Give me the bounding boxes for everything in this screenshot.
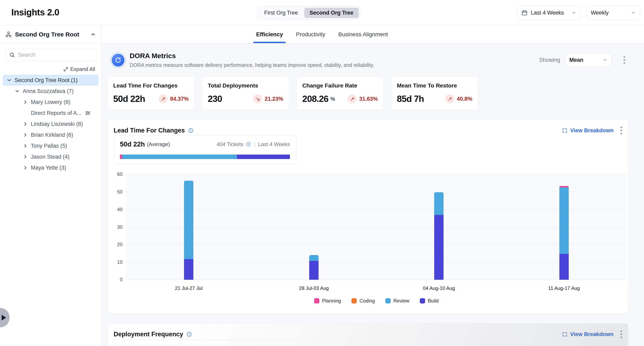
main-content: Efficiency Productivity Business Alignme… xyxy=(102,25,644,346)
view-breakdown-label: View Breakdown xyxy=(570,331,614,338)
x-axis-tick-label: 21 Jul-27 Jul xyxy=(175,285,202,291)
dora-description: DORA metrics measure software delivery p… xyxy=(130,62,374,68)
chevron-right-icon[interactable] xyxy=(23,99,28,105)
kebab-menu-icon[interactable] xyxy=(619,125,623,136)
chevron-down-icon xyxy=(631,10,636,15)
search-box xyxy=(5,49,96,61)
x-axis-tick-label: 28 Jul-03 Aug xyxy=(299,285,329,291)
lead-time-chart: 010203040506021 Jul-27 Jul28 Jul-03 Aug0… xyxy=(126,174,626,280)
metric-card-value-row: 208.26%↗31.63% xyxy=(302,94,378,104)
sidebar-header: Second Org Tree Root xyxy=(0,25,101,43)
tree-item-direct-reports-of-a[interactable]: Direct Reports of A... xyxy=(3,108,98,119)
chevron-right-icon[interactable] xyxy=(23,132,28,138)
lead-time-panel: Lead Time For Changes View Breakdown xyxy=(107,120,628,314)
trend-badge: ↗31.63% xyxy=(348,94,378,103)
metric-card-title: Mean Time To Restore xyxy=(397,82,472,89)
bar-21-jul-27-jul-build[interactable] xyxy=(184,259,193,280)
kebab-menu-icon[interactable] xyxy=(622,55,626,65)
showing-select[interactable]: Mean xyxy=(565,53,612,66)
sidebar-collapse-handle[interactable] xyxy=(0,308,10,327)
view-breakdown-button[interactable]: View Breakdown xyxy=(562,331,614,338)
y-axis-tick-label: 50 xyxy=(117,189,122,195)
info-icon[interactable] xyxy=(246,142,252,147)
tree-item-maya-yette-3[interactable]: Maya Yette (3) xyxy=(3,162,98,173)
expand-all-icon xyxy=(63,67,68,72)
toggle-first-org-tree[interactable]: First Org Tree xyxy=(259,8,303,18)
phase-segment-build xyxy=(237,155,290,159)
expand-all-button[interactable]: Expand All xyxy=(6,66,95,72)
phase-segment-review xyxy=(122,155,237,159)
legend-item-review: Review xyxy=(386,298,410,304)
kebab-menu-icon[interactable] xyxy=(619,329,623,339)
legend-item-coding: Coding xyxy=(352,298,375,304)
gridline-y-40: 40 xyxy=(126,209,626,210)
org-tree-icon xyxy=(5,31,12,38)
tree-item-brian-kirkland-6[interactable]: Brian Kirkland (6) xyxy=(3,130,98,140)
info-icon[interactable] xyxy=(188,128,194,133)
legend-swatch-planning xyxy=(314,298,319,304)
chevron-down-icon[interactable] xyxy=(14,89,20,94)
search-input[interactable] xyxy=(18,52,92,58)
period-select[interactable]: Last 4 Weeks xyxy=(517,6,580,20)
tab-efficiency[interactable]: Efficiency xyxy=(256,25,283,43)
metric-card-value-row: 50d 22h↗84.37% xyxy=(113,94,189,104)
sidebar: Second Org Tree Root Expand All Second O… xyxy=(0,25,102,346)
header-controls: Last 4 Weeks Weekly xyxy=(517,6,640,20)
phase-segment-planning xyxy=(120,155,122,159)
tree-item-jason-stead-4[interactable]: Jason Stead (4) xyxy=(3,151,98,162)
tree-item-label: Tony Pallas (5) xyxy=(31,143,67,149)
bar-11-aug-17-aug-build[interactable] xyxy=(560,254,569,280)
chevron-right-icon[interactable] xyxy=(23,143,28,149)
y-axis-tick-label: 40 xyxy=(117,207,122,212)
tree-item-second-org-tree-root-1[interactable]: Second Org Tree Root (1) xyxy=(3,75,98,86)
tree-item-label: Jason Stead (4) xyxy=(31,154,70,160)
bar-28-jul-03-aug-build[interactable] xyxy=(309,261,318,280)
legend-swatch-build xyxy=(420,298,425,304)
trend-badge: ↗84.37% xyxy=(159,94,189,103)
trend-badge: ↗40.8% xyxy=(445,94,472,103)
filters-icon[interactable] xyxy=(85,110,91,116)
x-axis-tick-label: 11 Aug-17 Aug xyxy=(548,285,580,291)
bar-04-aug-10-aug-review[interactable] xyxy=(434,192,444,215)
info-icon[interactable] xyxy=(186,332,192,337)
tab-business-alignment[interactable]: Business Alignment xyxy=(338,25,388,43)
deployment-panel-title: Deployment Frequency xyxy=(114,331,183,338)
metric-card-title: Lead Time For Changes xyxy=(113,82,189,89)
granularity-select-value: Weekly xyxy=(591,10,609,16)
period-select-value: Last 4 Weeks xyxy=(531,10,564,16)
y-axis-tick-label: 60 xyxy=(117,172,122,177)
granularity-select[interactable]: Weekly xyxy=(586,6,640,20)
bar-11-aug-17-aug-planning[interactable] xyxy=(560,186,569,187)
toggle-second-org-tree[interactable]: Second Org Tree xyxy=(304,8,359,18)
legend-swatch-review xyxy=(386,298,391,304)
metric-value: 208.26 xyxy=(302,94,328,104)
bar-11-aug-17-aug-review[interactable] xyxy=(560,187,569,254)
tree-item-label: Brian Kirkland (6) xyxy=(31,132,73,138)
gridline-y-60: 60 xyxy=(126,174,626,174)
average-lead-time-card: 50d 22h (Average) 404 Tickets | Last 4 W… xyxy=(114,135,296,164)
y-axis-tick-label: 20 xyxy=(117,242,122,247)
tree-item-mary-lowery-6[interactable]: Mary Lowery (6) xyxy=(3,97,98,108)
legend-item-planning: Planning xyxy=(314,298,341,304)
tree-item-label: Lindsay Liszewski (8) xyxy=(31,121,83,127)
tickets-count: 404 Tickets xyxy=(217,141,244,148)
chevron-right-icon[interactable] xyxy=(23,165,28,170)
expand-corners-icon xyxy=(562,128,568,133)
tab-productivity[interactable]: Productivity xyxy=(296,25,326,43)
chevron-right-icon[interactable] xyxy=(23,154,28,160)
bar-04-aug-10-aug-build[interactable] xyxy=(434,215,444,280)
bar-28-jul-03-aug-review[interactable] xyxy=(309,255,318,261)
bar-21-jul-27-jul-review[interactable] xyxy=(184,181,193,259)
tree-item-anna-scozzafava-7[interactable]: Anna Scozzafava (7) xyxy=(3,86,98,97)
metric-card-change-failure-rate: Change Failure Rate208.26%↗31.63% xyxy=(296,76,384,110)
view-breakdown-button[interactable]: View Breakdown xyxy=(562,127,614,134)
metric-value: 230 xyxy=(208,94,222,104)
metric-value: 50d 22h xyxy=(113,94,145,104)
chevron-down-icon[interactable] xyxy=(6,78,12,83)
chevron-up-icon[interactable] xyxy=(90,32,96,37)
tree-item-tony-pallas-5[interactable]: Tony Pallas (5) xyxy=(3,140,98,151)
average-deployment-card xyxy=(114,340,296,346)
tree-item-lindsay-liszewski-8[interactable]: Lindsay Liszewski (8) xyxy=(3,119,98,130)
chevron-right-icon[interactable] xyxy=(23,121,28,127)
metric-card-value-row: 85d 7h↗40.8% xyxy=(397,94,472,104)
